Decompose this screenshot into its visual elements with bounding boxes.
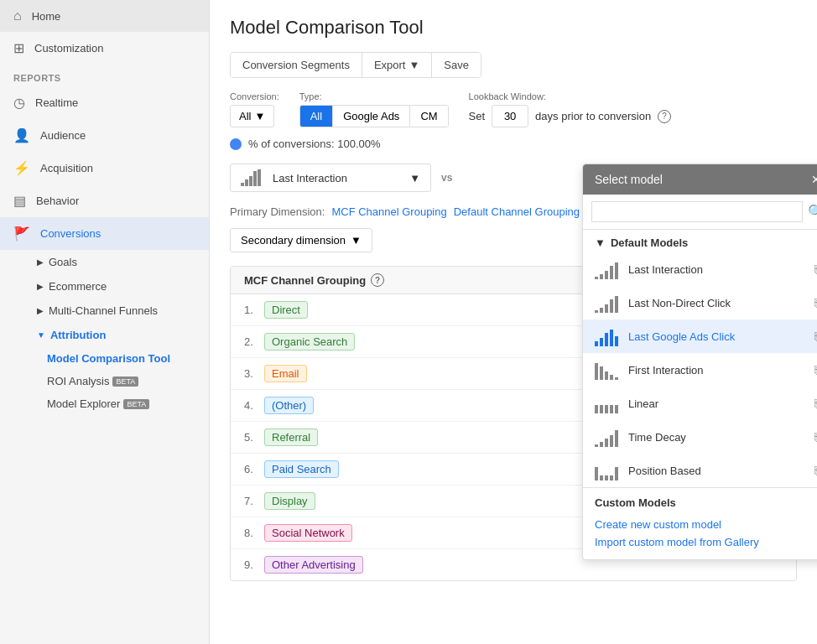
conversion-label: Conversion:: [230, 91, 279, 101]
model-option-time-decay[interactable]: Time Decay ⎘: [583, 420, 817, 454]
model-explorer-label: Model Explorer: [47, 397, 120, 410]
lookback-days-input[interactable]: [492, 105, 528, 127]
select-model-close-icon[interactable]: ✕: [811, 173, 817, 186]
model-comparison-label: Model Comparison Tool: [47, 352, 170, 365]
sidebar-ecommerce-label: Ecommerce: [49, 280, 107, 293]
row-value-referral[interactable]: Referral: [264, 428, 318, 446]
conversion-dropdown[interactable]: All ▼: [230, 105, 274, 127]
sidebar-item-customization[interactable]: ⊞ Customization: [0, 32, 209, 65]
type-cm-button[interactable]: CM: [410, 106, 447, 127]
secondary-dimension-link[interactable]: Default Channel Grouping: [454, 205, 580, 218]
save-button[interactable]: Save: [432, 53, 481, 77]
secondary-dimension-button[interactable]: Secondary dimension ▼: [230, 228, 372, 252]
custom-models-section: Custom Models Create new custom model Im…: [583, 487, 817, 559]
audience-icon: 👤: [13, 127, 30, 143]
model-option-last-non-direct[interactable]: Last Non-Direct Click ⎘: [583, 286, 817, 319]
sidebar-sub-conversions: ▶ Goals ▶ Ecommerce ▶ Multi-Channel Funn…: [0, 250, 209, 415]
last-non-direct-bar-icon: [595, 293, 620, 313]
model1-selector[interactable]: Last Interaction ▼: [230, 164, 431, 192]
lookback-text: days prior to conversion: [535, 110, 651, 122]
model-row: Last Interaction ▼ vs Select model ✕ 🔍 ▼…: [230, 164, 797, 192]
roi-analysis-label: ROI Analysis: [47, 375, 109, 387]
time-decay-name: Time Decay: [628, 431, 806, 444]
sidebar-item-behavior[interactable]: ▤ Behavior: [0, 184, 209, 217]
model-search-button[interactable]: 🔍: [808, 204, 817, 220]
acquisition-icon: ⚡: [13, 160, 30, 176]
primary-dimension-value[interactable]: MCF Channel Grouping: [331, 205, 446, 218]
sidebar-item-audience[interactable]: 👤 Audience: [0, 119, 209, 152]
row-num-5: 5.: [244, 431, 264, 444]
select-model-search: 🔍: [583, 195, 817, 230]
row-num-4: 4.: [244, 399, 264, 412]
row-num-3: 3.: [244, 367, 264, 380]
model-option-position-based[interactable]: Position Based ⎘: [583, 454, 817, 487]
row-value-other-advertising[interactable]: Other Advertising: [264, 556, 363, 574]
row-value-direct[interactable]: Direct: [264, 301, 308, 319]
row-value-email[interactable]: Email: [264, 365, 307, 382]
attribution-subitems: Model Comparison Tool ROI Analysis BETA …: [37, 347, 209, 415]
row-num-6: 6.: [244, 463, 264, 475]
conversion-dropdown-value: All: [239, 110, 251, 122]
sidebar-item-roi-analysis[interactable]: ROI Analysis BETA: [47, 370, 209, 392]
select-model-dropdown: Select model ✕ 🔍 ▼ Default Models: [582, 164, 817, 560]
model-search-input[interactable]: [591, 201, 803, 222]
sidebar-home-label: Home: [32, 10, 61, 23]
type-label: Type:: [299, 91, 449, 101]
home-icon: ⌂: [13, 8, 22, 23]
multichannel-chevron: ▶: [37, 306, 44, 315]
sidebar-acquisition-label: Acquisition: [40, 162, 93, 174]
row-value-paid-search[interactable]: Paid Search: [264, 460, 339, 478]
lookback-value: Set days prior to conversion ?: [469, 105, 672, 127]
row-num-1: 1.: [244, 304, 264, 316]
sidebar-item-attribution[interactable]: ▼ Attribution: [37, 323, 209, 347]
row-value-organic-search[interactable]: Organic Search: [264, 333, 355, 351]
lookback-label: Lookback Window:: [469, 91, 672, 101]
conversion-group: Conversion: All ▼: [230, 91, 279, 127]
conversion-segments-button[interactable]: Conversion Segments: [231, 53, 362, 77]
config-row: Conversion: All ▼ Type: All Google Ads C…: [230, 91, 797, 127]
sidebar-conversions-label: Conversions: [40, 227, 101, 240]
model-option-first-interaction[interactable]: First Interaction ⎘: [583, 353, 817, 387]
row-value-social-network[interactable]: Social Network: [264, 524, 352, 542]
sidebar-item-ecommerce[interactable]: ▶ Ecommerce: [37, 274, 209, 299]
type-group: Type: All Google Ads CM: [299, 91, 449, 127]
linear-name: Linear: [628, 397, 806, 410]
lookback-group: Lookback Window: Set days prior to conve…: [469, 91, 672, 127]
sidebar-item-multichannel[interactable]: ▶ Multi-Channel Funnels: [37, 299, 209, 323]
default-models-label: ▼ Default Models: [583, 230, 817, 252]
main-toolbar: Conversion Segments Export ▼ Save: [230, 52, 481, 78]
table-header-label: MCF Channel Grouping: [244, 274, 366, 287]
row-value-display[interactable]: Display: [264, 492, 315, 510]
type-google-ads-button[interactable]: Google Ads: [333, 106, 410, 127]
main-content: Model Comparison Tool Conversion Segment…: [210, 0, 817, 644]
sidebar-item-acquisition[interactable]: ⚡ Acquisition: [0, 152, 209, 184]
model-option-linear[interactable]: Linear ⎘: [583, 387, 817, 420]
sidebar-audience-label: Audience: [40, 129, 86, 142]
table-header-help-icon[interactable]: ?: [371, 273, 384, 287]
sidebar-goals-label: Goals: [49, 256, 77, 268]
sidebar-multichannel-label: Multi-Channel Funnels: [49, 304, 158, 317]
model1-chevron: ▼: [409, 172, 420, 184]
conversion-dropdown-chevron: ▼: [254, 110, 265, 122]
model-option-last-google-ads[interactable]: Last Google Ads Click ⎘: [583, 319, 817, 353]
attribution-chevron: ▼: [37, 330, 45, 340]
export-button[interactable]: Export ▼: [362, 53, 432, 77]
sidebar-item-home[interactable]: ⌂ Home: [0, 0, 209, 32]
model-option-last-interaction[interactable]: Last Interaction ⎘: [583, 252, 817, 286]
page-title: Model Comparison Tool: [230, 17, 797, 39]
sidebar-item-model-comparison[interactable]: Model Comparison Tool: [47, 347, 209, 370]
row-value-other[interactable]: (Other): [264, 397, 314, 414]
goals-chevron: ▶: [37, 257, 44, 267]
last-google-ads-bar-icon: [595, 326, 620, 346]
sidebar-item-realtime[interactable]: ◷ Realtime: [0, 86, 209, 119]
type-all-button[interactable]: All: [300, 106, 333, 127]
create-custom-model-link[interactable]: Create new custom model: [595, 516, 817, 533]
sidebar-item-model-explorer[interactable]: Model Explorer BETA: [47, 392, 209, 415]
sidebar-item-conversions[interactable]: 🚩 Conversions: [0, 217, 209, 250]
import-custom-model-link[interactable]: Import custom model from Gallery: [595, 533, 817, 551]
position-based-bar-icon: [595, 460, 620, 480]
help-icon[interactable]: ?: [658, 110, 671, 123]
model-explorer-beta-badge: BETA: [123, 399, 149, 409]
sidebar-behavior-label: Behavior: [36, 195, 79, 207]
sidebar-item-goals[interactable]: ▶ Goals: [37, 250, 209, 274]
